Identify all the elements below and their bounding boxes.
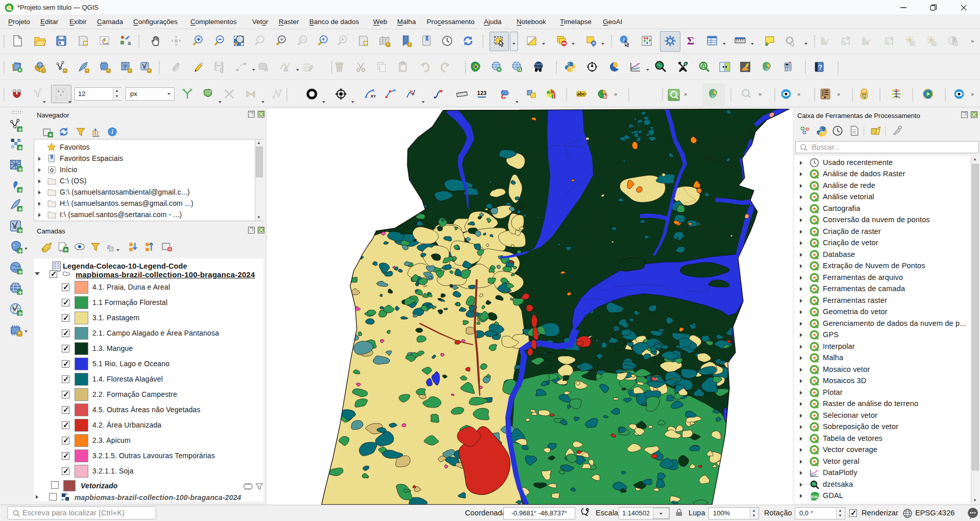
svg-text:*: * (108, 68, 110, 73)
svg-text:XY: XY (371, 94, 376, 99)
svg-text:*: * (409, 42, 411, 47)
svg-text:abc: abc (577, 91, 585, 97)
svg-text:Q: Q (862, 93, 866, 99)
svg-text:123: 123 (477, 90, 486, 96)
svg-text:GDAL: GDAL (810, 495, 819, 499)
svg-text:*: * (64, 68, 66, 73)
svg-text:*: * (149, 68, 151, 73)
svg-text:*: * (129, 68, 131, 73)
svg-text:*: * (387, 42, 389, 47)
svg-text:?: ? (818, 63, 822, 71)
svg-text:Σ: Σ (687, 35, 694, 47)
svg-text:*: * (43, 68, 45, 73)
svg-text:*: * (18, 331, 21, 337)
svg-text:a: a (128, 40, 131, 46)
svg-text:1:1: 1:1 (300, 38, 305, 41)
svg-text:*: * (86, 68, 88, 73)
svg-text:*: * (265, 67, 267, 72)
